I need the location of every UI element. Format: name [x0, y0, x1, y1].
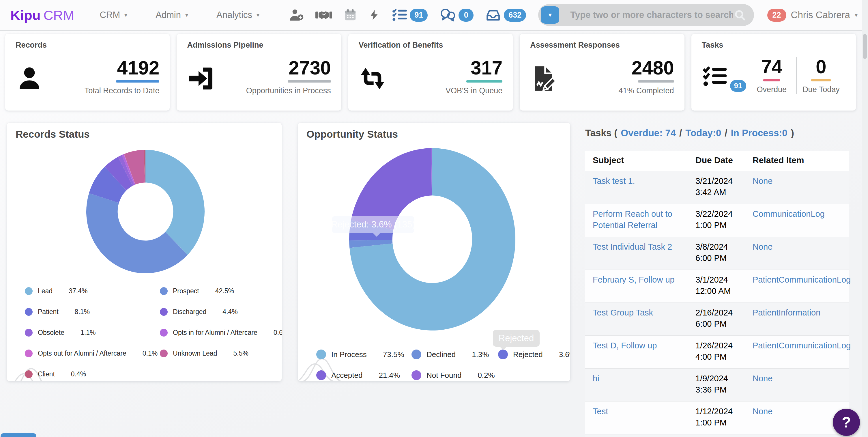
task-related-item-link[interactable]: PatientCommunicationLog	[752, 341, 851, 350]
column-header-subject[interactable]: Subject	[585, 151, 688, 171]
legend-swatch	[160, 308, 168, 316]
accent-bar	[288, 80, 331, 83]
task-subject-link[interactable]: Test	[593, 407, 608, 416]
task-subject-link[interactable]: Perform Reach out to Potential Referral	[593, 209, 672, 230]
question-mark-icon: ?	[842, 414, 851, 431]
card-title: Records	[16, 41, 159, 50]
search-scope-dropdown[interactable]: ▾	[541, 6, 559, 24]
menu-analytics[interactable]: Analytics ▾	[216, 10, 259, 20]
legend-label: Declined	[427, 350, 456, 359]
task-row: hi1/9/2024 3:36 PMNone	[585, 369, 849, 402]
legend-label: Discharged	[173, 308, 206, 316]
legend-item-lead[interactable]: Lead37.4%	[25, 284, 160, 298]
scrollbar-thumb[interactable]	[863, 34, 867, 59]
card-title: Admissions Pipeline	[187, 41, 331, 50]
search-input[interactable]	[569, 9, 734, 21]
menu-crm-label: CRM	[99, 10, 120, 20]
assessment-label: 41% Completed	[619, 86, 674, 95]
bottom-left-partial-button[interactable]	[1, 433, 36, 437]
messages-count-badge: 0	[459, 9, 473, 22]
column-header-due-date[interactable]: Due Date	[688, 151, 745, 171]
records-total-value[interactable]: 4192	[85, 58, 160, 77]
vob-value[interactable]: 317	[445, 58, 502, 77]
task-related-item-link[interactable]: CommunicationLog	[752, 209, 825, 218]
add-record-button[interactable]	[289, 8, 304, 22]
assessment-icon	[530, 65, 558, 92]
legend-value: 0.6%	[274, 329, 282, 337]
assessment-value[interactable]: 2480	[619, 58, 674, 77]
legend-swatch	[160, 349, 168, 357]
quick-actions-button[interactable]	[369, 8, 380, 22]
legend-item-prospect[interactable]: Prospect42.5%	[160, 284, 282, 298]
tasks-inprocess-link[interactable]: In Process:0	[731, 128, 787, 138]
task-related-item-link[interactable]: None	[752, 374, 773, 383]
opportunity-status-title: Opportunity Status	[306, 128, 398, 140]
inbox-button[interactable]: 632	[485, 8, 526, 22]
legend-label: Lead	[38, 287, 53, 295]
task-subject-link[interactable]: Test Group Task	[593, 308, 653, 317]
separator: /	[724, 128, 727, 138]
task-related-item-link[interactable]: None	[752, 407, 773, 416]
legend-item-accepted[interactable]: Accepted21.4%	[316, 369, 411, 381]
legend-value: 0.2%	[477, 371, 495, 380]
menu-admin[interactable]: Admin ▾	[156, 10, 188, 20]
legend-label: Client	[38, 370, 55, 378]
legend-item-not-found[interactable]: Not Found0.2%	[411, 369, 498, 381]
legend-item-discharged[interactable]: Discharged4.4%	[160, 305, 282, 318]
task-subject-link[interactable]: February S, Follow up	[593, 275, 675, 284]
messages-button[interactable]: 0	[439, 8, 473, 22]
due-today-label: Due Today	[797, 85, 845, 94]
legend-swatch	[411, 370, 421, 380]
tasks-overdue-link[interactable]: Overdue: 74	[621, 128, 676, 138]
legend-label: In Process	[331, 350, 367, 359]
legend-item-declined[interactable]: Declined1.3%	[411, 348, 498, 361]
kipu-crm-logo[interactable]: KipuCRM	[10, 7, 74, 23]
tasks-table: Subject Due Date Related Item Task test …	[585, 151, 849, 437]
legend-swatch	[25, 308, 33, 316]
legend-value: 5.5%	[233, 349, 248, 357]
task-related-item-link[interactable]: PatientInformation	[752, 308, 820, 317]
task-subject-link[interactable]: Task test 1.	[593, 176, 635, 186]
tasks-today-link[interactable]: Today:0	[685, 128, 721, 138]
column-header-related-item[interactable]: Related Item	[745, 151, 849, 171]
assessment-responses-card: Assessment Responses 2480 41% Completed	[520, 34, 684, 111]
task-related-item-link[interactable]: PatientCommunicationLog	[752, 275, 851, 284]
task-due-date: 2/16/2024 6:00 PM	[688, 303, 745, 336]
task-related-item-link[interactable]: None	[752, 242, 773, 251]
legend-item-client[interactable]: Client0.4%	[25, 368, 160, 381]
task-due-date: 3/22/2024 1:00 PM	[688, 204, 745, 237]
legend-item-rejected[interactable]: Rejected3.6%	[498, 348, 570, 361]
task-subject-link[interactable]: Test Individual Task 2	[593, 242, 672, 251]
task-due-date: 1/26/2024 4:00 PM	[688, 336, 745, 369]
legend-swatch	[160, 329, 168, 337]
calendar-icon	[344, 8, 357, 22]
legend-swatch	[25, 370, 33, 378]
due-today-value[interactable]: 0	[797, 57, 845, 76]
help-button[interactable]: ?	[833, 409, 860, 436]
tasks-nav-button[interactable]: 91	[392, 8, 428, 22]
calendar-button[interactable]	[344, 8, 357, 22]
legend-value: 73.5%	[383, 350, 404, 359]
pipeline-value[interactable]: 2730	[246, 58, 331, 77]
chevron-down-icon: ▾	[855, 11, 858, 19]
overdue-value[interactable]: 74	[747, 57, 796, 76]
user-menu[interactable]: 22 Chris Cabrera ▾	[767, 9, 858, 22]
legend-item-unknown-lead[interactable]: Unknown Lead5.5%	[160, 347, 282, 360]
task-related-item-link[interactable]: None	[752, 176, 773, 186]
legend-item-opts-out-for-alumni-aftercare[interactable]: Opts out for Alumni / Aftercare0.1%	[25, 347, 160, 360]
task-due-date: 1/9/2024 3:36 PM	[688, 369, 745, 402]
menu-crm[interactable]: CRM ▾	[99, 10, 127, 20]
task-subject-link[interactable]: hi	[593, 374, 599, 383]
user-name: Chris Cabrera	[791, 9, 850, 21]
search-icon[interactable]	[734, 9, 746, 21]
task-subject-link[interactable]: Test D, Follow up	[593, 341, 657, 350]
legend-item-in-process[interactable]: In Process73.5%	[316, 348, 411, 361]
chevron-down-icon: ▾	[256, 11, 259, 19]
legend-item-obsolete[interactable]: Obsolete1.1%	[25, 326, 160, 339]
legend-item-patient[interactable]: Patient8.1%	[25, 305, 160, 318]
repeat-icon	[359, 65, 386, 92]
records-stat-card: Records 4192 Total Records to Date	[5, 34, 170, 111]
legend-item-opts-in-for-alumni-aftercare[interactable]: Opts in for Alumni / Aftercare0.6%	[160, 326, 282, 339]
referrals-button[interactable]	[315, 9, 332, 21]
top-nav: KipuCRM CRM ▾ Admin ▾ Analytics ▾	[0, 0, 868, 31]
